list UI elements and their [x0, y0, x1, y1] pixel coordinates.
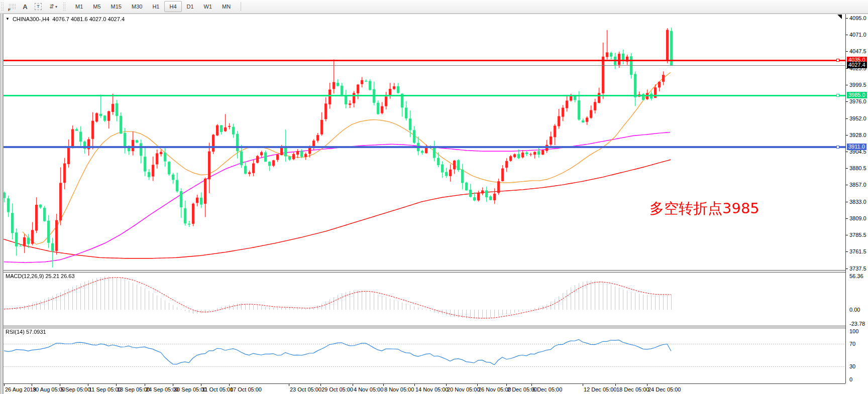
text-box-button[interactable]: T — [32, 1, 45, 12]
price-tick-label: 3785.5 — [849, 232, 866, 238]
rsi-label: RSI(14) 57.0931 — [6, 329, 46, 335]
time-tick-mark — [353, 384, 353, 386]
time-tick-label: 29 Oct 05:00 — [321, 386, 353, 392]
time-tick-mark — [531, 384, 532, 386]
window-left-frame — [1, 14, 3, 394]
price-tick-label: 3809.0 — [849, 215, 866, 221]
time-tick-mark — [88, 384, 88, 386]
timeframe-button-m15[interactable]: M15 — [106, 1, 127, 12]
timeframe-button-d1[interactable]: D1 — [182, 1, 199, 12]
time-tick-label: 11 Oct 05:00 — [202, 386, 233, 392]
price-tick-label: 3737.5 — [849, 266, 866, 272]
time-tick-label: 12 Dec 05:00 — [584, 386, 616, 392]
timeframe-toolbar: M1M5M15M30H1H4D1W1MN — [70, 1, 236, 12]
time-tick-mark — [320, 384, 321, 386]
price-tick-label: 3880.5 — [849, 165, 866, 171]
price-tick-mark — [846, 18, 848, 19]
toolbar-drag-handle[interactable] — [63, 2, 65, 11]
price-tick-mark — [846, 168, 848, 169]
price-tick-label: 3833.0 — [849, 199, 866, 205]
time-tick-mark — [477, 384, 478, 386]
arrows-tool-button[interactable]: ⇵ ▾ — [45, 1, 62, 12]
price-tick-mark — [846, 135, 848, 136]
rsi-axis-label: 100 — [849, 328, 858, 334]
time-tick-mark — [383, 384, 384, 386]
time-tick-label: 23 Oct 05:00 — [290, 386, 321, 392]
price-tick-mark — [846, 152, 848, 152]
price-tick-mark — [846, 101, 848, 102]
time-tick-mark — [583, 384, 583, 386]
time-tick-mark — [201, 384, 201, 386]
toolbar-drag-handle[interactable] — [1, 2, 4, 11]
price-tick-mark — [846, 202, 848, 202]
time-tick-mark — [4, 384, 5, 386]
time-tick-label: 8 Nov 05:00 — [384, 386, 414, 392]
macd-label: MACD(12,26,9) 25.21 26.63 — [6, 273, 75, 279]
price-tick-label: 4095.0 — [849, 15, 866, 21]
chart-annotation-text: 多空转折点3985 — [649, 199, 759, 219]
price-tick-label: 3952.0 — [849, 115, 866, 121]
time-tick-label: 6 Dec 05:00 — [532, 386, 562, 392]
symbol-dropdown-icon: ▼ — [6, 17, 10, 22]
time-axis[interactable]: 26 Aug 201930 Aug 05:005 Sep 05:0011 Sep… — [4, 383, 845, 393]
macd-axis-label: -23.78 — [849, 321, 865, 327]
price-tick-mark — [846, 35, 848, 35]
price-tick-label: 3761.5 — [849, 248, 866, 254]
price-tick-label: 3999.5 — [849, 82, 866, 88]
price-tick-label: 3857.0 — [849, 182, 866, 188]
time-tick-mark — [615, 384, 616, 386]
price-scale[interactable]: 4095.04071.04047.54023.53999.53976.03952… — [845, 14, 868, 383]
letter-t-icon: T — [35, 3, 42, 10]
text-label-button[interactable]: A — [19, 1, 32, 12]
price-tick-mark — [846, 185, 848, 185]
time-tick-label: 18 Dec 05:00 — [616, 386, 649, 392]
candlestick-chart-canvas[interactable] — [4, 14, 845, 270]
time-tick-label: 26 Aug 2019 — [5, 386, 36, 392]
price-tick-label: 3928.0 — [849, 132, 866, 138]
rsi-panel-canvas[interactable] — [4, 327, 845, 383]
timeframe-button-h4[interactable]: H4 — [164, 1, 181, 12]
price-tick-mark — [846, 218, 848, 219]
time-tick-mark — [32, 384, 32, 386]
timeframe-button-mn[interactable]: MN — [217, 1, 236, 12]
timeframe-button-m5[interactable]: M5 — [88, 1, 105, 12]
price-tick-label: 4071.0 — [849, 32, 866, 38]
time-tick-label: 11 Sep 05:00 — [89, 386, 122, 392]
timeframe-button-w1[interactable]: W1 — [199, 1, 218, 12]
rsi-axis-label: 70 — [849, 341, 855, 347]
price-tick-mark — [846, 251, 848, 252]
time-tick-label: 20 Nov 05:00 — [447, 386, 480, 392]
timeframe-button-h1[interactable]: H1 — [147, 1, 164, 12]
timeframe-button-m1[interactable]: M1 — [70, 1, 88, 12]
time-tick-mark — [116, 384, 117, 386]
price-tick-mark — [846, 85, 848, 85]
macd-panel-canvas[interactable] — [4, 272, 845, 326]
price-level-badge: 3911.0 — [847, 144, 866, 150]
price-tick-label: 3976.0 — [849, 98, 866, 104]
ohlc-values: 4076.7 4081.6 4027.0 4027.4 — [52, 16, 125, 22]
time-tick-label: 4 Nov 05:00 — [354, 386, 383, 392]
time-tick-mark — [229, 384, 230, 386]
symbol-name: CHINA300-,H4 — [13, 16, 49, 22]
grid-f-icon: F — [9, 4, 16, 10]
toolbar: F A T ⇵ ▾ M1M5M15M30H1H4D1W1MN — [0, 0, 868, 14]
crosshair-grid-button[interactable]: F — [6, 1, 19, 12]
letter-a-icon: A — [23, 3, 27, 11]
chart-title[interactable]: ▼ CHINA300-,H4 4076.7 4081.6 4027.0 4027… — [6, 16, 125, 22]
chart-window: ▼ CHINA300-,H4 4076.7 4081.6 4027.0 4027… — [3, 14, 868, 394]
time-tick-mark — [60, 384, 60, 386]
time-tick-label: 14 Nov 05:00 — [415, 386, 448, 392]
time-tick-label: 5 Sep 05:00 — [61, 386, 90, 392]
price-level-badge: 3985.0 — [847, 92, 867, 98]
price-tick-mark — [846, 51, 848, 52]
time-tick-label: 24 Dec 05:00 — [648, 386, 681, 392]
macd-axis-label: 0.00 — [849, 307, 860, 313]
arrows-icon: ⇵ — [49, 3, 54, 10]
time-tick-label: 17 Oct 05:00 — [230, 386, 262, 392]
time-tick-mark — [414, 384, 415, 386]
price-tick-mark — [846, 269, 848, 269]
price-tick-mark — [846, 235, 848, 235]
time-tick-label: 26 Nov 05:00 — [478, 386, 511, 392]
price-tick-label: 4047.5 — [849, 48, 866, 54]
timeframe-button-m30[interactable]: M30 — [127, 1, 147, 12]
